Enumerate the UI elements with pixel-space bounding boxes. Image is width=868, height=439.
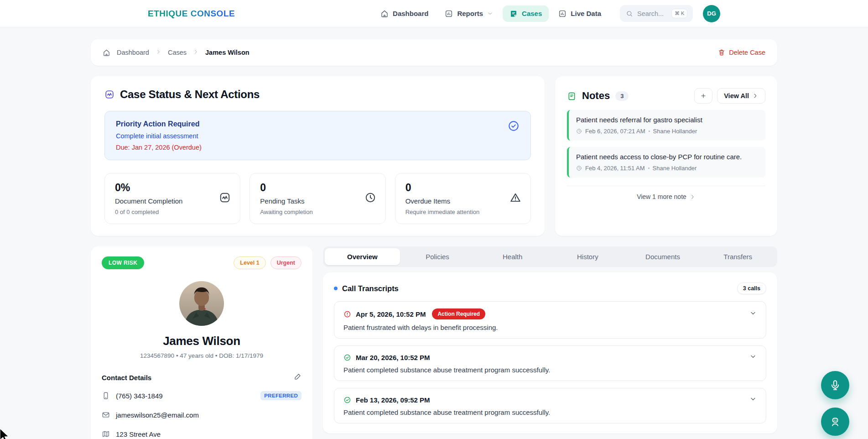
contact-address-row: 123 Street Ave Sacramento, CA 94122 [102,429,301,439]
transcript-item[interactable]: Mar 20, 2026, 10:52 PM Patient completed… [334,345,766,381]
view-more-notes-button[interactable]: View 1 more note [567,193,765,200]
dot-separator [649,131,650,132]
warning-triangle-icon [509,192,521,205]
nav-item-label: Reports [457,10,483,17]
note-text: Patient needs referral for gastro specia… [576,116,758,124]
map-icon [102,430,110,438]
clock-icon [364,192,376,205]
search-icon [626,10,633,17]
top-navigation: ETHIQUE CONSOLE Dashboard Reports Cases … [0,0,868,27]
app-logo: ETHIQUE CONSOLE [148,9,235,19]
breadcrumb: Dashboard Cases James Wilson [103,49,249,57]
contact-email-row: jameswilson25@email.com [102,410,301,420]
check-circle-icon [343,354,351,361]
stat-subtext: Require immediate attention [405,209,520,215]
case-status-title: Case Status & Next Actions [120,88,260,101]
transcript-summary: Patient completed substance abuse treatm… [343,408,757,416]
breadcrumb-current: James Wilson [205,49,249,56]
stat-subtext: Awaiting completion [260,209,375,215]
nav-item-live-data[interactable]: Live Data [551,5,608,22]
voice-assistant-button[interactable] [821,371,849,399]
tab-health[interactable]: Health [475,248,550,265]
tab-history[interactable]: History [550,248,625,265]
floating-actions [821,371,849,436]
patient-meta: 1234567890 • 47 years old • DOB: 1/17/19… [102,352,301,359]
tab-documents[interactable]: Documents [625,248,701,265]
user-avatar[interactable]: DG [703,5,720,22]
phone-number: (765) 343-1849 [116,391,163,401]
note-author: Shane Hollander [653,128,697,135]
stat-value: 0 [405,182,520,194]
level-badge: Level 1 [234,256,265,269]
nav-item-dashboard[interactable]: Dashboard [374,5,435,22]
add-note-button[interactable] [694,88,712,104]
transcript-date: Mar 20, 2026, 10:52 PM [356,354,430,361]
clock-icon [576,165,582,171]
view-all-notes-button[interactable]: View All [717,88,765,104]
note-date: Feb 6, 2026, 07:21 AM [585,128,645,135]
case-status-card: Case Status & Next Actions Priority Acti… [91,76,545,236]
home-icon [380,10,389,18]
note-item[interactable]: Patient needs referral for gastro specia… [567,110,765,141]
stat-subtext: 0 of 0 completed [115,209,230,215]
check-circle-icon [343,396,351,404]
edit-contact-button[interactable] [294,373,301,382]
call-transcripts-title: Call Transcripts [342,284,399,293]
divider [567,186,765,186]
search-input[interactable]: Search... ⌘ K [620,5,693,22]
address-line1: 123 Street Ave [116,430,161,438]
tab-overview[interactable]: Overview [325,248,400,265]
chevron-down-icon[interactable] [749,395,757,404]
view-all-label: View All [724,92,749,99]
plus-icon [700,93,707,99]
priority-action-box: Priority Action Required Complete initia… [104,111,531,160]
notes-card: Notes 3 View All Patient needs referral … [555,76,777,236]
view-more-label: View 1 more note [637,193,686,200]
complete-action-button[interactable] [508,120,520,151]
stat-label: Pending Tasks [260,197,375,205]
call-transcripts-card: Call Transcripts 3 calls Apr 5, 2026, 10… [323,272,777,434]
patient-card: LOW RISK Level 1 Urgent [91,246,312,439]
stat-pending-tasks: 0 Pending Tasks Awaiting completion [249,173,385,224]
microphone-icon [829,379,841,391]
tab-policies[interactable]: Policies [400,248,475,265]
delete-case-label: Delete Case [729,49,765,56]
nav-links: Dashboard Reports Cases Live Data [374,5,608,22]
preferred-badge: PREFERRED [260,391,301,400]
nav-item-reports[interactable]: Reports [438,5,500,22]
breadcrumb-dashboard[interactable]: Dashboard [117,49,149,56]
pencil-icon [294,373,301,380]
calls-count-badge: 3 calls [737,282,766,294]
alert-circle-icon [343,310,351,318]
priority-due-date: Due: Jan 27, 2026 (Overdue) [116,144,202,151]
chat-bot-button[interactable] [821,408,849,436]
search-placeholder: Search... [637,10,664,17]
action-required-badge: Action Required [432,308,485,319]
bar-chart-icon [558,10,567,18]
check-circle-icon [508,120,520,132]
transcript-item[interactable]: Feb 13, 2026, 09:52 PM Patient completed… [334,388,766,423]
contact-details-title: Contact Details [102,374,151,382]
stat-label: Overdue Items [405,197,520,205]
stat-label: Document Completion [115,197,230,205]
chevron-down-icon [487,10,493,16]
breadcrumb-cases[interactable]: Cases [168,49,187,56]
tab-transfers[interactable]: Transfers [700,248,775,265]
patient-name: James Wilson [102,334,301,348]
transcript-item[interactable]: Apr 5, 2026, 10:52 PM Action Required Pa… [334,301,766,339]
chevron-down-icon[interactable] [749,309,757,319]
contact-phone-row: (765) 343-1849 PREFERRED [102,391,301,401]
home-icon[interactable] [103,49,110,57]
stat-value: 0% [115,182,230,194]
notes-title: Notes [582,90,610,102]
notes-count-badge: 3 [615,91,629,101]
nav-item-cases[interactable]: Cases [503,5,549,22]
chevron-down-icon[interactable] [749,353,757,362]
phone-icon [102,392,110,400]
activity-square-icon [104,89,114,99]
note-icon [509,10,518,18]
note-item[interactable]: Patient needs access to close-by PCP for… [567,147,765,178]
stat-overdue-items: 0 Overdue Items Require immediate attent… [395,173,531,224]
note-text: Patient needs access to close-by PCP for… [576,153,758,161]
delete-case-button[interactable]: Delete Case [718,49,765,56]
